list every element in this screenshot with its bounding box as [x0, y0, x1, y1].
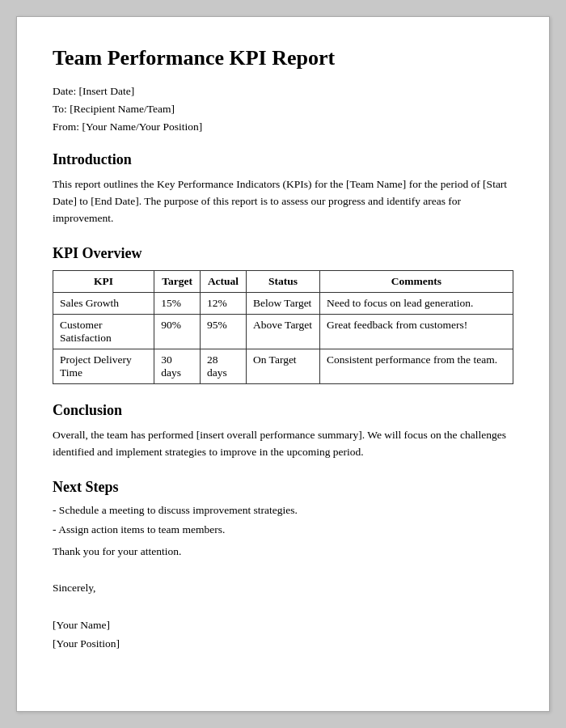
- table-row: Project Delivery Time 30 days 28 days On…: [53, 349, 513, 383]
- conclusion-body: Overall, the team has performed [insert …: [53, 427, 513, 461]
- cell-actual-0: 12%: [201, 292, 247, 314]
- table-row: Sales Growth 15% 12% Below Target Need t…: [53, 292, 513, 314]
- meta-from: From: [Your Name/Your Position]: [53, 121, 513, 133]
- next-step-item-1: - Assign action items to team members.: [53, 523, 513, 536]
- col-header-comments: Comments: [319, 270, 513, 292]
- next-step-item-0: - Schedule a meeting to discuss improvem…: [53, 504, 513, 517]
- introduction-body: This report outlines the Key Performance…: [53, 176, 513, 227]
- table-row: Customer Satisfaction 90% 95% Above Targ…: [53, 314, 513, 349]
- cell-kpi-0: Sales Growth: [53, 292, 154, 314]
- thank-you-text: Thank you for your attention.: [53, 543, 513, 561]
- cell-target-1: 90%: [154, 314, 201, 349]
- introduction-heading: Introduction: [53, 151, 513, 168]
- conclusion-heading: Conclusion: [53, 402, 513, 419]
- cell-target-0: 15%: [154, 292, 201, 314]
- cell-kpi-1: Customer Satisfaction: [53, 314, 154, 349]
- cell-status-1: Above Target: [246, 314, 319, 349]
- cell-actual-1: 95%: [201, 314, 247, 349]
- col-header-actual: Actual: [201, 270, 247, 292]
- next-steps-heading: Next Steps: [53, 479, 513, 496]
- sign-name: [Your Name]: [53, 616, 513, 635]
- col-header-target: Target: [154, 270, 201, 292]
- meta-to: To: [Recipient Name/Team]: [53, 103, 513, 116]
- sign-off-block: Thank you for your attention. Sincerely,…: [53, 543, 513, 654]
- document-container: Team Performance KPI Report Date: [Inser…: [16, 16, 550, 712]
- cell-comments-0: Need to focus on lead generation.: [319, 292, 513, 314]
- table-header-row: KPI Target Actual Status Comments: [53, 270, 513, 292]
- sign-position: [Your Position]: [53, 635, 513, 654]
- cell-kpi-2: Project Delivery Time: [53, 349, 154, 383]
- col-header-kpi: KPI: [53, 270, 154, 292]
- cell-status-2: On Target: [246, 349, 319, 383]
- document-title: Team Performance KPI Report: [53, 46, 513, 70]
- kpi-table: KPI Target Actual Status Comments Sales …: [53, 270, 513, 384]
- meta-date: Date: [Insert Date]: [53, 85, 513, 98]
- col-header-status: Status: [246, 270, 319, 292]
- cell-comments-1: Great feedback from customers!: [319, 314, 513, 349]
- cell-comments-2: Consistent performance from the team.: [319, 349, 513, 383]
- sincerely-text: Sincerely,: [53, 579, 513, 598]
- cell-target-2: 30 days: [154, 349, 201, 383]
- cell-status-0: Below Target: [246, 292, 319, 314]
- cell-actual-2: 28 days: [201, 349, 247, 383]
- kpi-overview-heading: KPI Overview: [53, 245, 513, 262]
